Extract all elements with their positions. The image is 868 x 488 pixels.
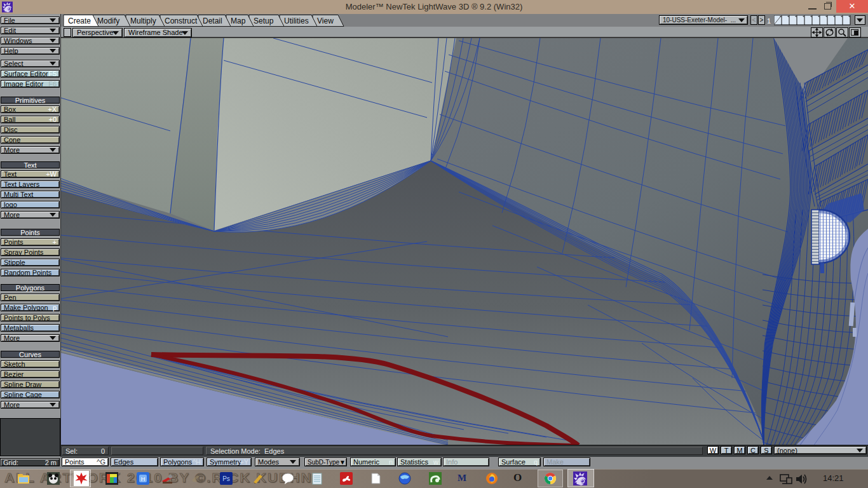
- svg-text:Ps: Ps: [222, 475, 230, 482]
- svg-text:Detail: Detail: [203, 17, 222, 25]
- svg-text:Construct: Construct: [165, 17, 198, 25]
- svg-text:Utilities: Utilities: [284, 17, 309, 25]
- svg-text:View: View: [317, 17, 334, 25]
- svg-text:Multiply: Multiply: [130, 17, 156, 25]
- svg-text:Map: Map: [231, 17, 246, 25]
- svg-text:H: H: [141, 476, 146, 482]
- svg-text:Setup: Setup: [254, 17, 274, 25]
- svg-text:Modify: Modify: [97, 17, 119, 25]
- svg-text:Create: Create: [68, 17, 91, 25]
